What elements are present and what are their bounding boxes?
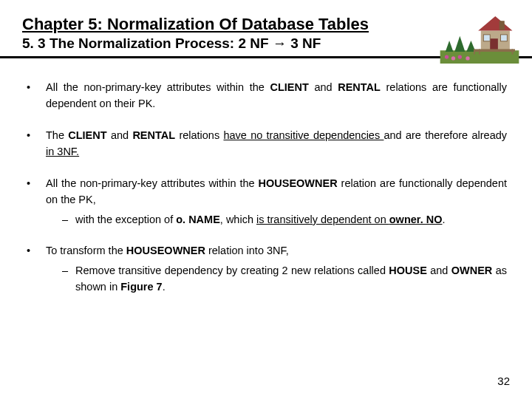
- svg-point-15: [451, 56, 455, 60]
- arrow-icon: →: [273, 35, 287, 51]
- slide-body: All the non-primary-key attributes withi…: [0, 58, 532, 296]
- keyword-client: CLIENT: [68, 129, 106, 141]
- bullet-1: All the non-primary-key attributes withi…: [25, 79, 507, 112]
- bullet-4: To transform the HOUSEOWNER relation int…: [25, 242, 507, 295]
- svg-point-14: [445, 55, 449, 58]
- svg-point-17: [466, 56, 469, 60]
- text: All the non-primary-key attributes withi…: [46, 177, 259, 189]
- keyword-owner: OWNER: [451, 265, 493, 276]
- house-garden-illustration: [439, 4, 520, 64]
- svg-rect-9: [500, 35, 507, 41]
- keyword-rental: RENTAL: [132, 129, 175, 141]
- section-suffix: 3 NF: [287, 35, 321, 51]
- keyword-houseowner: HOUSEOWNER: [259, 177, 338, 189]
- keyword-house: HOUSE: [389, 265, 427, 276]
- text: Remove transitive dependency by creating…: [75, 265, 389, 276]
- keyword-ownerno: owner. NO: [389, 214, 443, 225]
- text: , which: [220, 214, 256, 225]
- svg-rect-8: [483, 35, 490, 41]
- underline-phrase: is transitively dependent on: [256, 214, 389, 225]
- text: The: [46, 129, 68, 141]
- chapter-title: Chapter 5: Normalization Of Database Tab…: [22, 15, 510, 34]
- page-number: 32: [497, 375, 510, 387]
- text: .: [442, 214, 445, 225]
- text: and are therefore already: [383, 129, 507, 141]
- text: .: [163, 281, 166, 293]
- keyword-client: CLIENT: [270, 81, 308, 93]
- text: All the non-primary-key attributes withi…: [46, 81, 270, 93]
- text: To transform the: [46, 245, 126, 256]
- keyword-houseowner: HOUSEOWNER: [126, 245, 205, 256]
- section-prefix: 5. 3 The Normalization Process: 2 NF: [22, 35, 273, 51]
- text: relations: [175, 129, 223, 141]
- svg-point-16: [458, 55, 462, 58]
- bullet-3: All the non-primary-key attributes withi…: [25, 175, 507, 228]
- keyword-rental: RENTAL: [338, 81, 381, 93]
- keyword-oname: o. NAME: [176, 214, 220, 225]
- bullet-3-sub: with the exception of o. NAME, which is …: [62, 211, 507, 228]
- text: and: [107, 129, 133, 141]
- keyword-figure: Figure 7: [120, 281, 162, 293]
- bullet-4-sub: Remove transitive dependency by creating…: [62, 262, 507, 296]
- text: and: [309, 81, 338, 93]
- svg-marker-5: [478, 16, 512, 31]
- text: and: [427, 265, 451, 276]
- section-title: 5. 3 The Normalization Process: 2 NF → 3…: [22, 35, 510, 52]
- underline-phrase: in 3NF.: [46, 146, 79, 157]
- text: relation into 3NF,: [205, 245, 289, 256]
- text: with the exception of: [75, 214, 176, 225]
- svg-rect-10: [474, 49, 515, 52]
- svg-rect-6: [499, 21, 505, 30]
- underline-phrase: have no transitive dependencies: [223, 129, 383, 141]
- svg-marker-2: [454, 36, 465, 52]
- bullet-2: The CLIENT and RENTAL relations have no …: [25, 127, 507, 160]
- svg-marker-1: [446, 41, 454, 52]
